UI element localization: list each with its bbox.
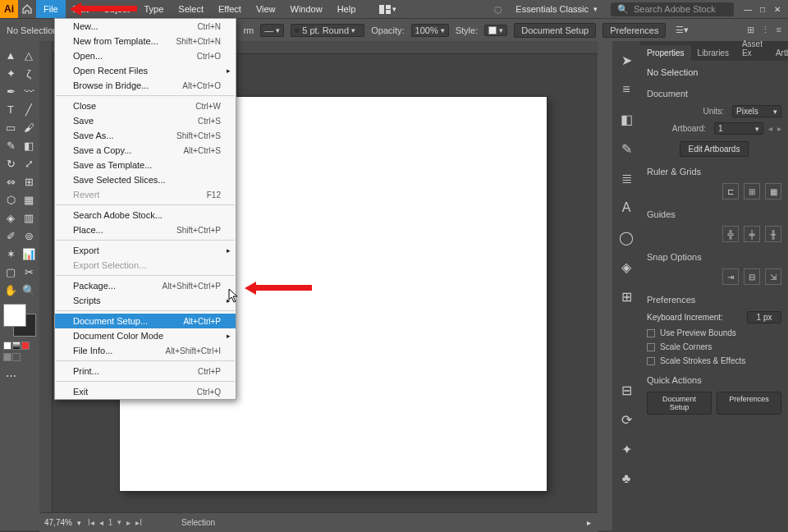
home-icon[interactable] [18, 0, 36, 18]
free-transform-tool[interactable]: ⊞ [20, 172, 38, 190]
menu-type[interactable]: Type [137, 0, 172, 18]
artboard-tool[interactable]: ▢ [2, 263, 20, 281]
menu-item-print[interactable]: Print...Ctrl+P [55, 364, 236, 378]
menu-item-document-color-mode[interactable]: Document Color Mode▸ [55, 328, 236, 343]
close-button[interactable]: ✕ [772, 3, 783, 15]
menu-item-save-a-copy[interactable]: Save a Copy...Alt+Ctrl+S [55, 143, 236, 158]
chk-scale-corners[interactable]: Scale Corners [647, 342, 781, 351]
eraser-tool[interactable]: ◧ [20, 136, 38, 154]
prev-artboard-icon[interactable]: ◂ [98, 518, 105, 527]
menu-item-file-info[interactable]: File Info...Alt+Shift+Ctrl+I [55, 343, 236, 358]
maximize-button[interactable]: □ [757, 3, 768, 15]
cursor-panel-icon[interactable]: ➤ [619, 53, 634, 67]
ruler-icon[interactable]: ⊏ [722, 183, 739, 200]
opacity-panel-icon[interactable]: ◯ [619, 230, 634, 245]
menu-item-close[interactable]: CloseCtrl+W [55, 99, 236, 113]
guides-lock-icon[interactable]: ╪ [744, 226, 760, 242]
column-graph-tool[interactable]: 📊 [20, 245, 38, 263]
menu-item-new[interactable]: New...Ctrl+N [55, 19, 236, 34]
snap-grid-icon[interactable]: ⊟ [744, 268, 760, 285]
shape-builder-tool[interactable]: ⬡ [2, 190, 20, 209]
symbols-panel-icon[interactable]: ✦ [619, 442, 634, 456]
menu-help[interactable]: Help [330, 0, 364, 18]
artboard-dd[interactable]: 1▾ [714, 122, 763, 135]
tab-libraries[interactable]: Libraries [691, 45, 735, 61]
zoom-tool[interactable]: 🔍 [20, 281, 38, 299]
history-panel-icon[interactable]: ⟳ [619, 412, 634, 427]
artboard-dd-icon[interactable]: ▾ [116, 518, 123, 527]
menu-window[interactable]: Window [283, 0, 330, 18]
qa-preferences-button[interactable]: Preferences [717, 392, 781, 415]
qa-doc-setup-button[interactable]: Document Setup [647, 392, 712, 415]
align-panel-icon[interactable]: ⊞ [619, 289, 634, 304]
chk-scale-strokes[interactable]: Scale Strokes & Effects [647, 356, 781, 365]
style-dd[interactable]: ▾ [484, 25, 507, 36]
blend-tool[interactable]: ⊚ [20, 227, 38, 245]
menu-item-exit[interactable]: ExitCtrl+Q [55, 384, 236, 399]
tab-properties[interactable]: Properties [640, 45, 691, 61]
tab-asset-export[interactable]: Asset Ex [735, 36, 769, 61]
zoom-value[interactable]: 47,74% [39, 518, 77, 527]
pen-tool[interactable]: ✒ [2, 82, 20, 100]
transparency-grid-icon[interactable]: ▦ [765, 183, 781, 200]
more-icon[interactable]: ⋮ [761, 25, 770, 35]
preferences-button[interactable]: Preferences [602, 23, 666, 38]
workspace-switcher[interactable]: Essentials Classic▾ [511, 4, 602, 14]
guides-show-icon[interactable]: ╬ [722, 226, 739, 242]
eyedropper-tool[interactable]: ✐ [2, 227, 20, 245]
menu-item-open[interactable]: Open...Ctrl+O [55, 48, 236, 63]
menu-effect[interactable]: Effect [211, 0, 249, 18]
layers-panel-icon[interactable]: ≣ [619, 171, 634, 186]
gradient-tool[interactable]: ▥ [20, 209, 38, 227]
artboard-number[interactable]: 1 [107, 518, 115, 527]
magic-wand-tool[interactable]: ✦ [2, 64, 20, 82]
hand-tool[interactable]: ✋ [2, 281, 20, 299]
menu-item-browse-in-bridge[interactable]: Browse in Bridge...Alt+Ctrl+O [55, 78, 236, 93]
slice-tool[interactable]: ✂ [20, 263, 38, 281]
menu-item-export[interactable]: Export▸ [55, 243, 236, 258]
type-tool[interactable]: T [2, 100, 20, 118]
edit-artboards-button[interactable]: Edit Artboards [680, 141, 749, 157]
menu-select[interactable]: Select [171, 0, 211, 18]
menu-view[interactable]: View [249, 0, 283, 18]
selection-tool[interactable]: ▲ [2, 46, 20, 64]
type-panel-icon[interactable]: A [619, 200, 634, 215]
next-artboard-icon[interactable]: ▸ [125, 518, 132, 527]
artboard-next-icon[interactable]: ▸ [777, 124, 781, 133]
brush-dd[interactable]: 5 pt. Round▾ [291, 24, 364, 37]
mesh-tool[interactable]: ◈ [2, 209, 20, 227]
snap-pixel-icon[interactable]: ⇲ [765, 268, 781, 285]
rectangle-tool[interactable]: ▭ [2, 118, 20, 136]
idea-icon[interactable]: ◌ [494, 4, 502, 15]
pathfinder-panel-icon[interactable]: ◈ [619, 259, 634, 274]
rotate-tool[interactable]: ↻ [2, 154, 20, 172]
fill-stroke-swatches[interactable] [3, 304, 38, 340]
menu-item-new-from-template[interactable]: New from Template...Shift+Ctrl+N [55, 34, 236, 48]
brush-panel-icon[interactable]: ✎ [619, 141, 634, 156]
artboard-prev-icon[interactable]: ◂ [768, 124, 772, 133]
scale-tool[interactable]: ⤢ [20, 154, 38, 172]
menu-item-scripts[interactable]: Scripts▸ [55, 293, 236, 308]
menu-item-save[interactable]: SaveCtrl+S [55, 113, 236, 128]
swatches-panel-icon[interactable]: ◧ [619, 112, 634, 126]
smart-guides-icon[interactable]: ╫ [765, 226, 781, 242]
snap-point-icon[interactable]: ⇥ [722, 268, 739, 285]
menu-file[interactable]: File [36, 0, 66, 18]
minimize-button[interactable]: — [742, 3, 754, 15]
sliders-panel-icon[interactable]: ≡ [619, 82, 634, 97]
align-to-icon[interactable]: ☰▾ [672, 25, 692, 35]
menu-item-package[interactable]: Package...Alt+Shift+Ctrl+P [55, 278, 236, 293]
stroke-profile-dd[interactable]: —▾ [260, 24, 284, 37]
links-panel-icon[interactable]: ⊟ [619, 383, 634, 397]
menu-item-save-selected-slices[interactable]: Save Selected Slices... [55, 172, 236, 187]
lasso-tool[interactable]: ζ [20, 64, 38, 82]
clubs-panel-icon[interactable]: ♣ [619, 471, 634, 486]
symbol-sprayer-tool[interactable]: ✶ [2, 245, 20, 263]
menu-item-search-adobe-stock[interactable]: Search Adobe Stock... [55, 208, 236, 222]
search-stock[interactable]: 🔍 Search Adobe Stock [611, 2, 734, 16]
menu-icon[interactable]: ≡ [777, 25, 781, 35]
chk-preview-bounds[interactable]: Use Preview Bounds [647, 328, 781, 337]
last-artboard-icon[interactable]: ▸I [134, 518, 144, 527]
doc-setup-button[interactable]: Document Setup [514, 23, 596, 38]
isolate-icon[interactable]: ⊞ [747, 25, 754, 35]
